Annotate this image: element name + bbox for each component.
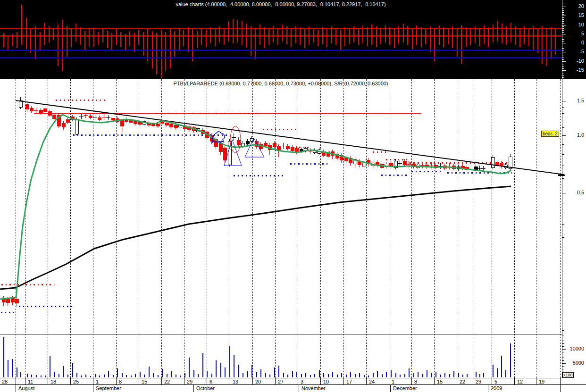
candle-body [25,104,29,109]
date-tick-label: 15 [437,379,443,384]
candle-body [156,124,159,126]
month-tick-label: 2009 [491,385,502,391]
candle-body [62,123,65,127]
volume-axis-label: 5000 [567,360,584,366]
date-tick-label: 8 [414,379,417,384]
date-tick-label: 13 [233,379,238,384]
charting-application-window: value charts (4.00000, -4.00000, 8.00000… [0,0,586,392]
candle-body [11,298,14,302]
date-tick-label: 28 [2,379,8,384]
indicator-axis-label: 0 [567,40,584,45]
price-axis-label: 1.0 [567,133,584,138]
candle-body [376,162,379,165]
date-tick-label: 25 [73,379,79,384]
month-tick-label: November [301,385,326,391]
candle-body [246,141,249,144]
date-tick-label: 29 [476,379,481,384]
price-axis-label: 0.5 [567,190,584,195]
month-tick-label: December [393,385,417,391]
candle-body [165,123,168,125]
candle-body [174,125,177,128]
date-tick-label: 11 [28,379,33,384]
candle-body [39,110,42,113]
price-axis-label: 1.5 [567,98,584,103]
date-tick-label: 27 [278,379,284,384]
price-panel-title: PTBVLPARAREDE (0.68000, 0.77000, 0.68000… [0,81,561,86]
date-tick-label: 20 [255,379,261,384]
candle-body [491,157,494,167]
candle-body [66,119,69,122]
candle-body [52,115,56,118]
date-tick-label: 10 [323,379,329,384]
bear-annotation-label[interactable]: bear- 2 [541,131,559,137]
date-tick-label: 22 [164,379,170,384]
candle-body [120,120,124,126]
candle-body [75,119,78,134]
indicator-panel-title: value charts (4.00000, -4.00000, 8.00000… [0,1,561,7]
date-tick-label: 1 [392,379,394,384]
indicator-axis-label: 15 [567,13,584,18]
candle-body [291,147,294,150]
descending-trendline [16,100,564,175]
date-tick-label: 8 [119,379,122,384]
date-tick-label: 3 [301,379,303,384]
indicator-axis-label: 20 [567,4,584,9]
candle-body [264,143,267,146]
candle-body [255,141,258,147]
candle-body [6,299,9,302]
indicator-axis-label: 10 [567,22,584,27]
candle-body [474,167,477,169]
date-tick-label: 19 [539,379,544,384]
indicator-axis-label: 5 [567,31,584,36]
candle-body [500,163,503,166]
candle-body [241,143,244,146]
indicator-axis-label: -5 [567,49,584,54]
indicator-axis-label: -10 [567,58,584,64]
volume-unit-label: x100 [562,372,574,378]
candle-body [89,116,92,117]
date-tick-label: 15 [142,379,147,384]
date-tick-label: 29 [187,379,193,384]
chart-canvas [0,0,586,392]
candle-body [403,161,406,165]
month-tick-label: August [18,385,34,391]
date-tick-label: 17 [346,379,352,384]
date-tick-label: 1 [96,379,99,384]
date-tick-label: 22 [460,379,465,384]
candle-body [237,140,240,145]
candle-body [286,146,289,149]
candle-body [134,121,137,124]
date-tick-label: 24 [369,379,375,384]
candle-body [48,111,51,115]
date-tick-label: 18 [50,379,56,384]
candle-body [273,143,276,147]
candle-body [389,163,393,166]
month-tick-label: October [196,385,215,391]
candle-body [509,157,512,168]
candle-body [43,108,47,111]
candle-body [98,117,101,119]
volume-axis-label: 10000 [567,346,584,351]
indicator-axis-label: -15 [567,67,584,73]
date-tick-label: 12 [517,379,523,384]
date-tick-label: 6 [209,379,212,384]
candle-body [169,124,173,127]
candle-body [111,118,115,120]
candle-body [223,148,226,160]
date-tick-label: 5 [494,379,497,384]
candle-body [30,108,33,111]
candle-body [15,299,18,303]
month-tick-label: September [96,385,121,391]
